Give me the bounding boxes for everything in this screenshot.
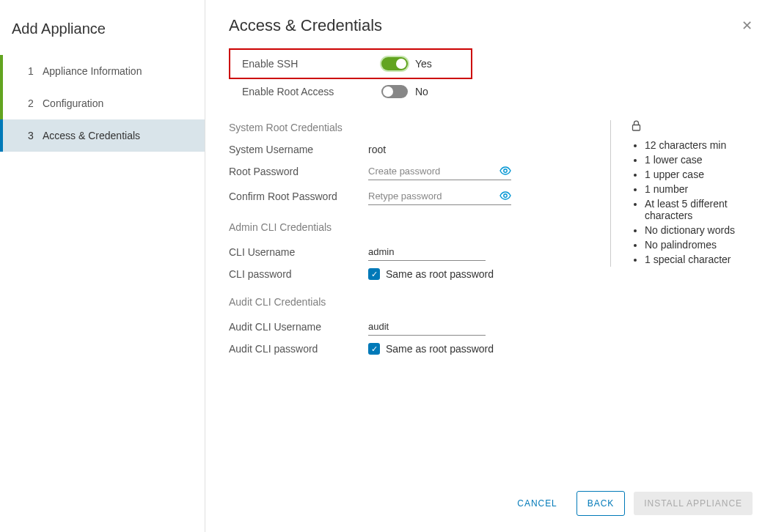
- main-panel: Access & Credentials ✕ Enable SSH Yes En…: [205, 0, 776, 532]
- enable-root-access-state: No: [415, 86, 428, 97]
- cli-same-as-root-checkbox[interactable]: ✓: [368, 268, 380, 280]
- enable-ssh-toggle[interactable]: [381, 57, 408, 70]
- password-rule: 12 characters min: [645, 138, 753, 152]
- root-password-input[interactable]: [368, 163, 499, 180]
- page-title: Access & Credentials: [229, 16, 382, 35]
- password-rule: No palindromes: [645, 237, 753, 252]
- cli-password-label: CLI password: [229, 268, 368, 280]
- enable-ssh-highlight: Enable SSH Yes: [229, 48, 472, 79]
- sidebar: Add Appliance 1 Appliance Information 2 …: [0, 0, 205, 532]
- audit-cli-username-label: Audit CLI Username: [229, 321, 368, 333]
- password-rule: 1 special character: [645, 252, 753, 267]
- cli-username-input[interactable]: [368, 243, 486, 261]
- step-number: 3: [28, 130, 43, 141]
- step-number: 2: [28, 97, 43, 109]
- password-rules-panel: 12 characters min 1 lower case 1 upper c…: [610, 120, 753, 267]
- password-rule: 1 upper case: [645, 167, 753, 182]
- audit-same-as-root-label: Same as root password: [386, 343, 494, 355]
- audit-cli-password-label: Audit CLI password: [229, 343, 368, 355]
- step-label: Appliance Information: [43, 65, 142, 77]
- svg-point-0: [504, 169, 507, 171]
- svg-rect-2: [633, 125, 640, 131]
- password-rule: At least 5 different characters: [645, 196, 753, 223]
- step-configuration[interactable]: 2 Configuration: [0, 87, 205, 119]
- step-number: 1: [28, 65, 43, 77]
- confirm-root-password-input[interactable]: [368, 188, 499, 204]
- eye-icon[interactable]: [499, 191, 511, 202]
- enable-ssh-state: Yes: [415, 58, 432, 70]
- content-area: Enable SSH Yes Enable Root Access No Sys…: [229, 48, 753, 478]
- install-appliance-button[interactable]: INSTALL APPLIANCE: [634, 492, 753, 515]
- admin-cli-section-title: Admin CLI Credentials: [229, 221, 610, 233]
- svg-point-1: [504, 193, 507, 196]
- cancel-button[interactable]: CANCEL: [507, 492, 567, 515]
- step-appliance-information[interactable]: 1 Appliance Information: [0, 55, 205, 87]
- enable-ssh-label: Enable SSH: [242, 58, 381, 70]
- wizard-title: Add Appliance: [0, 13, 205, 55]
- step-list: 1 Appliance Information 2 Configuration …: [0, 55, 205, 152]
- audit-cli-section-title: Audit CLI Credentials: [229, 296, 610, 308]
- password-rule: 1 lower case: [645, 152, 753, 167]
- root-password-label: Root Password: [229, 166, 368, 177]
- eye-icon[interactable]: [499, 166, 511, 177]
- step-access-credentials[interactable]: 3 Access & Credentials: [0, 119, 205, 152]
- confirm-root-password-label: Confirm Root Password: [229, 191, 368, 202]
- enable-root-access-label: Enable Root Access: [242, 86, 381, 97]
- audit-cli-username-input[interactable]: [368, 318, 486, 336]
- password-rule: 1 number: [645, 182, 753, 196]
- close-icon[interactable]: ✕: [742, 19, 753, 32]
- cli-username-label: CLI Username: [229, 246, 368, 258]
- footer: CANCEL BACK INSTALL APPLIANCE: [229, 478, 753, 532]
- step-label: Access & Credentials: [43, 130, 140, 141]
- cli-same-as-root-label: Same as root password: [386, 268, 494, 280]
- password-rule: No dictionary words: [645, 223, 753, 237]
- audit-same-as-root-checkbox[interactable]: ✓: [368, 343, 380, 355]
- lock-icon: [632, 120, 753, 133]
- system-root-section-title: System Root Credentials: [229, 122, 610, 133]
- step-label: Configuration: [43, 97, 103, 109]
- enable-root-access-toggle[interactable]: [381, 85, 408, 98]
- system-username-value: root: [368, 144, 386, 155]
- back-button[interactable]: BACK: [576, 491, 626, 516]
- system-username-label: System Username: [229, 144, 368, 155]
